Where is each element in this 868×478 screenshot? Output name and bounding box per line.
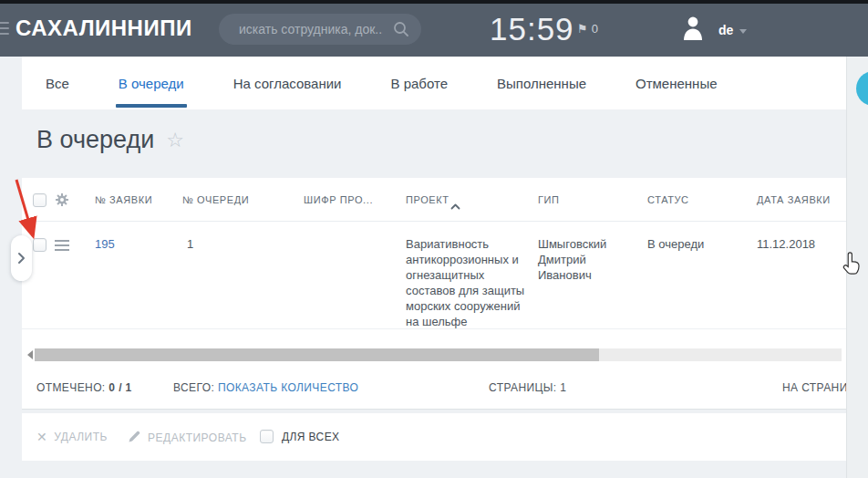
status-cell: В очереди [647, 236, 739, 252]
scroll-left-arrow[interactable] [25, 348, 35, 360]
edit-button[interactable]: РЕДАКТИРОВАТЬ [128, 430, 247, 446]
request-number-link[interactable]: 195 [95, 236, 115, 252]
pages-counter: СТРАНИЦЫ: 1 [489, 381, 566, 394]
column-header-cipher[interactable]: ШИФР ПРО... [304, 194, 373, 205]
user-name: de [718, 23, 733, 37]
screen: САХАЛИННИПИ 15:59 ⚑0 de Все В очереди На… [0, 0, 868, 478]
flag-count: 0 [592, 22, 598, 36]
date-cell: 11.12.2018 [757, 236, 815, 252]
header-clock[interactable]: 15:59 [490, 11, 590, 47]
pages-value: 1 [560, 381, 566, 394]
notifications-flag[interactable]: ⚑0 [577, 22, 598, 36]
edit-pencil-icon [128, 430, 141, 446]
tab-completed[interactable]: Выполненные [497, 57, 586, 109]
group-actions-bar: ✕ УДАЛИТЬ РЕДАКТИРОВАТЬ ДЛЯ ВСЕХ [22, 413, 846, 461]
scrollbar-track[interactable] [35, 348, 842, 361]
tab-in-progress[interactable]: В работе [391, 57, 449, 109]
page-title: В очереди [36, 126, 154, 154]
column-header-date[interactable]: ДАТА ЗАЯВКИ [757, 194, 831, 205]
for-all-label: ДЛЯ ВСЕХ [282, 431, 339, 443]
checked-value: 0 / 1 [108, 381, 131, 394]
per-page-label: НА СТРАНИЦ [782, 381, 846, 394]
grid-footer: ОТМЕЧЕНО: 0 / 1 ВСЕГО: ПОКАЗАТЬ КОЛИЧЕСТ… [22, 365, 846, 410]
column-header-request-no[interactable]: № ЗАЯВКИ [95, 194, 152, 205]
for-all-control: ДЛЯ ВСЕХ [260, 430, 339, 443]
avatar-icon [682, 15, 704, 46]
right-gutter [846, 57, 868, 478]
user-menu[interactable]: de [682, 15, 747, 46]
page-title-row: В очереди ☆ [36, 121, 184, 158]
expand-panel-button[interactable] [11, 235, 32, 281]
tab-all[interactable]: Все [46, 57, 69, 109]
requests-grid: № ЗАЯВКИ № ОЧЕРЕДИ ШИФР ПРО... ПРОЕКТ ГИ… [22, 178, 846, 365]
checked-counter: ОТМЕЧЕНО: 0 / 1 [36, 381, 132, 394]
tab-cancelled[interactable]: Отмененные [636, 57, 718, 109]
app-header: САХАЛИННИПИ 15:59 ⚑0 de [0, 4, 868, 57]
column-header-status[interactable]: СТАТУС [647, 194, 689, 205]
total-counter: ВСЕГО: ПОКАЗАТЬ КОЛИЧЕСТВО [173, 381, 358, 394]
flag-icon: ⚑ [577, 22, 588, 36]
content-edge-divider [846, 57, 847, 478]
row-actions-menu-icon[interactable] [55, 240, 69, 254]
search-input[interactable] [239, 14, 383, 45]
table-row: 195 1 Вариативность антикоррозионных и о… [22, 222, 846, 329]
app-logo[interactable]: САХАЛИННИПИ [16, 16, 192, 41]
row-checkbox[interactable] [33, 238, 46, 252]
queue-number-cell: 1 [187, 236, 193, 252]
show-count-link[interactable]: ПОКАЗАТЬ КОЛИЧЕСТВО [218, 381, 358, 394]
for-all-checkbox[interactable] [260, 430, 274, 443]
tab-in-queue[interactable]: В очереди [119, 57, 184, 109]
grid-header-row: № ЗАЯВКИ № ОЧЕРЕДИ ШИФР ПРО... ПРОЕКТ ГИ… [22, 178, 846, 222]
select-all-checkbox[interactable] [33, 193, 46, 207]
grid-settings-gear-icon[interactable] [55, 192, 69, 211]
column-header-project[interactable]: ПРОЕКТ [406, 194, 450, 205]
hamburger-menu-icon[interactable] [0, 22, 9, 38]
favorite-star-icon[interactable]: ☆ [166, 129, 184, 152]
tab-on-approval[interactable]: На согласовании [233, 57, 342, 109]
project-cell: Вариативность антикоррозионных и огнезащ… [406, 236, 535, 329]
filter-tabs: Все В очереди На согласовании В работе В… [22, 57, 846, 109]
search-icon[interactable] [393, 21, 409, 41]
delete-button[interactable]: ✕ УДАЛИТЬ [36, 430, 108, 444]
column-header-queue-no[interactable]: № ОЧЕРЕДИ [182, 194, 249, 205]
column-header-gip[interactable]: ГИП [538, 194, 560, 205]
chevron-down-icon [739, 29, 747, 34]
gip-cell: Шмыговский Дмитрий Иванович [538, 236, 640, 283]
horizontal-scrollbar [22, 344, 846, 365]
sort-asc-icon [450, 197, 460, 213]
delete-x-icon: ✕ [36, 430, 47, 444]
global-search [219, 14, 421, 45]
scrollbar-thumb[interactable] [35, 348, 599, 361]
